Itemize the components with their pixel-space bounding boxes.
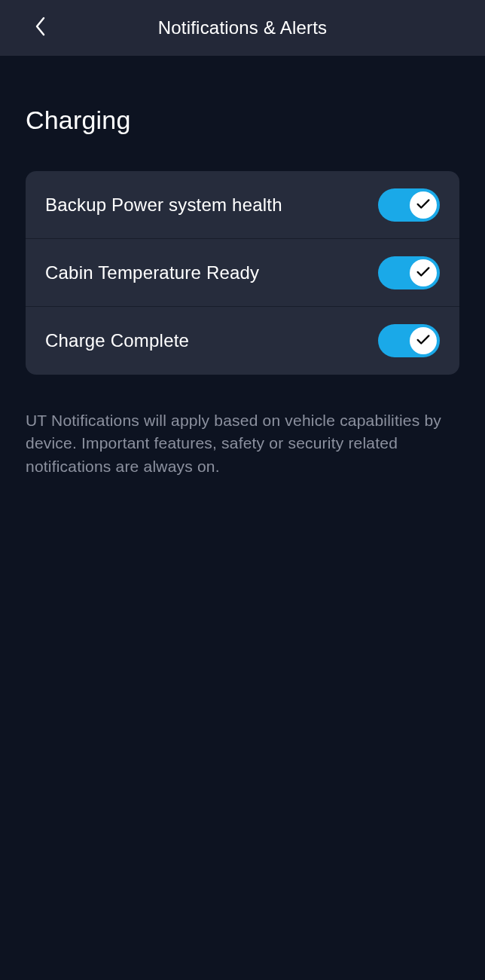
page-title: Notifications & Alerts: [0, 17, 485, 38]
check-icon: [415, 263, 432, 283]
chevron-left-icon: [34, 16, 47, 40]
toggle-knob: [410, 191, 437, 219]
toggle-knob: [410, 327, 437, 354]
header-bar: Notifications & Alerts: [0, 0, 485, 56]
toggle-charge-complete[interactable]: [378, 324, 440, 357]
back-button[interactable]: [30, 17, 51, 38]
check-icon: [415, 195, 432, 215]
settings-list: Backup Power system health Cabin Tempera…: [26, 171, 459, 375]
setting-label: Cabin Temperature Ready: [45, 262, 259, 283]
footer-note: UT Notifications will apply based on veh…: [26, 409, 459, 478]
toggle-cabin-temperature[interactable]: [378, 256, 440, 289]
content-area: Charging Backup Power system health Cabi…: [0, 106, 485, 478]
section-title: Charging: [26, 106, 459, 135]
check-icon: [415, 331, 432, 351]
setting-row-backup-power: Backup Power system health: [26, 171, 459, 239]
toggle-knob: [410, 259, 437, 286]
toggle-backup-power[interactable]: [378, 188, 440, 222]
setting-label: Charge Complete: [45, 330, 189, 351]
setting-row-charge-complete: Charge Complete: [26, 307, 459, 375]
setting-row-cabin-temperature: Cabin Temperature Ready: [26, 239, 459, 307]
setting-label: Backup Power system health: [45, 194, 282, 216]
